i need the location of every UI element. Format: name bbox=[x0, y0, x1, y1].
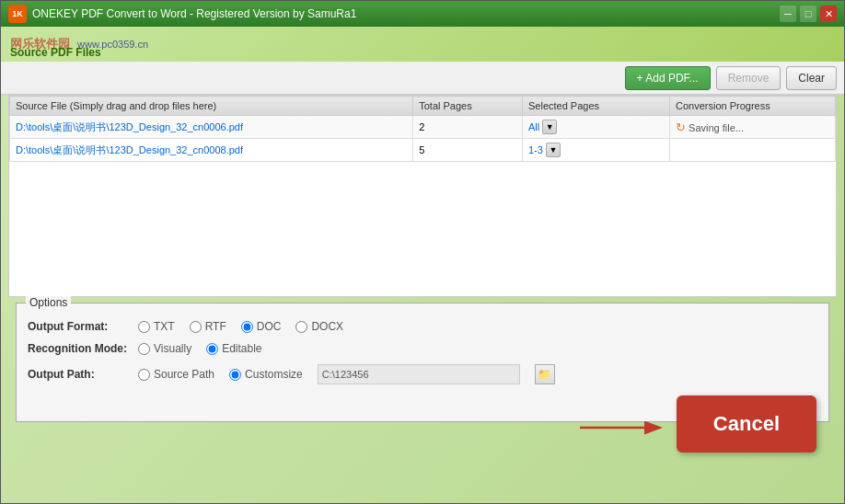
watermark-bar: 网乐软件园 www.pc0359.cn Source PDF Files bbox=[1, 27, 844, 62]
path-source[interactable]: Source Path bbox=[138, 368, 214, 381]
clear-button[interactable]: Clear bbox=[786, 66, 837, 90]
output-format-group: TXT RTF DOC DOCX bbox=[138, 320, 343, 333]
add-pdf-button[interactable]: + Add PDF... bbox=[625, 66, 711, 90]
output-format-row: Output Format: TXT RTF DOC DOCX bbox=[28, 320, 817, 333]
output-path-input[interactable] bbox=[318, 364, 520, 384]
path-source-radio[interactable] bbox=[138, 369, 150, 381]
file-area: Source File (Simply drag and drop files … bbox=[8, 95, 837, 297]
recognition-mode-group: Visually Editable bbox=[138, 342, 262, 355]
table-row: D:\tools\桌面\说明书\123D_Design_32_cn0008.pd… bbox=[10, 139, 836, 162]
table-row: D:\tools\桌面\说明书\123D_Design_32_cn0006.pd… bbox=[10, 116, 836, 139]
app-window: 1K ONEKEY PDF Convert to Word - Register… bbox=[0, 0, 845, 504]
close-button[interactable]: ✕ bbox=[820, 6, 837, 22]
path-customsize-radio[interactable] bbox=[229, 369, 241, 381]
format-rtf-radio[interactable] bbox=[190, 321, 202, 333]
status-1: ↻ Saving file... bbox=[670, 116, 836, 139]
maximize-button[interactable]: □ bbox=[800, 6, 816, 22]
mode-editable[interactable]: Editable bbox=[206, 342, 261, 355]
mode-visually[interactable]: Visually bbox=[138, 342, 191, 355]
selected-pages-2: 1-3 ▼ bbox=[523, 139, 670, 162]
file-link-2[interactable]: D:\tools\桌面\说明书\123D_Design_32_cn0008.pd… bbox=[16, 144, 243, 155]
path-customsize[interactable]: Customsize bbox=[229, 368, 303, 381]
format-txt-radio[interactable] bbox=[138, 321, 150, 333]
format-txt[interactable]: TXT bbox=[138, 320, 175, 333]
output-path-group: Source Path Customsize 📁 bbox=[138, 364, 555, 384]
saving-text-1: Saving file... bbox=[689, 122, 744, 133]
col-header-selected: Selected Pages bbox=[523, 97, 670, 116]
source-label: Source PDF Files bbox=[10, 46, 101, 59]
remove-button[interactable]: Remove bbox=[716, 66, 781, 90]
total-pages-2: 5 bbox=[413, 139, 523, 162]
recognition-mode-row: Recognition Mode: Visually Editable bbox=[28, 342, 817, 355]
dropdown-arrow-1[interactable]: ▼ bbox=[542, 120, 557, 134]
output-format-label: Output Format: bbox=[28, 320, 138, 333]
title-controls: ─ □ ✕ bbox=[780, 6, 837, 22]
file-link-1[interactable]: D:\tools\桌面\说明书\123D_Design_32_cn0006.pd… bbox=[16, 121, 243, 132]
title-bar: 1K ONEKEY PDF Convert to Word - Register… bbox=[1, 1, 844, 27]
mode-visually-radio[interactable] bbox=[138, 343, 150, 355]
cancel-button-wrapper: Cancel bbox=[677, 395, 816, 452]
format-rtf[interactable]: RTF bbox=[190, 320, 226, 333]
col-header-progress: Conversion Progress bbox=[670, 97, 836, 116]
mode-editable-radio[interactable] bbox=[206, 343, 218, 355]
total-pages-1: 2 bbox=[413, 116, 523, 139]
format-doc[interactable]: DOC bbox=[241, 320, 282, 333]
app-title: ONEKEY PDF Convert to Word - Registered … bbox=[32, 7, 356, 20]
status-2 bbox=[670, 139, 836, 162]
app-logo: 1K bbox=[8, 5, 27, 23]
output-path-row: Output Path: Source Path Customsize 📁 bbox=[28, 364, 817, 384]
minimize-button[interactable]: ─ bbox=[780, 6, 796, 22]
title-bar-left: 1K ONEKEY PDF Convert to Word - Register… bbox=[8, 5, 356, 23]
format-docx[interactable]: DOCX bbox=[295, 320, 343, 333]
selected-pages-1: All ▼ bbox=[523, 116, 670, 139]
cancel-button[interactable]: Cancel bbox=[677, 395, 816, 452]
options-legend: Options bbox=[26, 296, 71, 309]
format-doc-radio[interactable] bbox=[241, 321, 253, 333]
output-path-label: Output Path: bbox=[28, 368, 138, 381]
recognition-mode-label: Recognition Mode: bbox=[28, 342, 138, 355]
pages-value-2: 1-3 bbox=[528, 144, 543, 155]
browse-button[interactable]: 📁 bbox=[535, 364, 555, 384]
col-header-source: Source File (Simply drag and drop files … bbox=[10, 97, 413, 116]
dropdown-arrow-2[interactable]: ▼ bbox=[546, 143, 561, 157]
arrow-indicator bbox=[575, 414, 667, 441]
col-header-total: Total Pages bbox=[413, 97, 523, 116]
saving-icon: ↻ bbox=[676, 120, 686, 134]
toolbar: + Add PDF... Remove Clear bbox=[1, 62, 844, 95]
pages-value-1: All bbox=[528, 121, 539, 132]
file-table: Source File (Simply drag and drop files … bbox=[9, 96, 836, 162]
format-docx-radio[interactable] bbox=[295, 321, 307, 333]
